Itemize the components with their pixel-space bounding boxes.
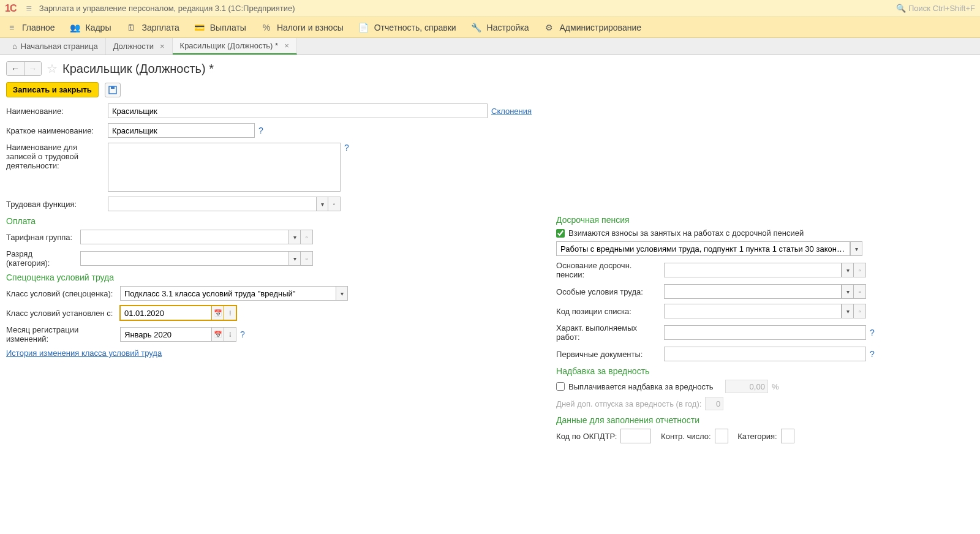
tab-home[interactable]: ⌂ Начальная страница	[5, 38, 106, 55]
nav-taxes[interactable]: % Налоги и взносы	[261, 22, 344, 33]
open-icon[interactable]: ▫	[854, 263, 866, 277]
pension-checkbox[interactable]	[556, 229, 565, 238]
short-name-input[interactable]	[108, 123, 255, 138]
app-title: Зарплата и управление персоналом, редакц…	[39, 4, 295, 13]
short-name-label: Краткое наименование:	[6, 126, 104, 135]
records-textarea[interactable]	[108, 143, 341, 192]
tabs-bar: ⌂ Начальная страница Должности × Красиль…	[0, 38, 980, 55]
dropdown-icon[interactable]: ▾	[288, 251, 301, 266]
page-toolbar: ← → ☆ Красильщик (Должность) *	[0, 55, 980, 80]
bonus-check-label: Выплачивается надбавка за вредность	[568, 382, 714, 391]
left-column: Наименование: Склонения Краткое наименов…	[6, 103, 532, 448]
logo-icon: 1C	[5, 3, 16, 14]
tab-current[interactable]: Красильщик (Должность) * ×	[173, 38, 297, 55]
page-title: Красильщик (Должность) *	[62, 62, 214, 76]
nav-payments[interactable]: 💳 Выплаты	[194, 22, 246, 33]
special-label: Особые условия труда:	[556, 287, 660, 296]
help-icon[interactable]: ?	[240, 329, 245, 339]
nav-settings-label: Настройка	[487, 23, 529, 32]
work-char-input[interactable]	[664, 325, 866, 340]
help-icon[interactable]: ?	[870, 349, 875, 359]
docs-input[interactable]	[664, 347, 866, 361]
dropdown-icon[interactable]: ▾	[842, 284, 854, 299]
dropdown-icon[interactable]: ▾	[336, 286, 348, 301]
favorite-icon[interactable]: ☆	[47, 61, 58, 76]
tariff-combo[interactable]: ▾ ▫	[80, 230, 313, 244]
nav-reports-label: Отчетность, справки	[374, 23, 456, 32]
dropdown-icon[interactable]: ▾	[288, 230, 301, 244]
nav-reports[interactable]: 📄 Отчетность, справки	[358, 22, 456, 33]
search-box[interactable]: 🔍 Поиск Ctrl+Shift+F	[896, 4, 975, 13]
func-combo[interactable]: ▾ ▫	[108, 197, 341, 211]
open-icon[interactable]: ▫	[328, 197, 341, 211]
rank-combo[interactable]: ▾ ▫	[80, 251, 313, 266]
search-placeholder: Поиск Ctrl+Shift+F	[908, 4, 975, 13]
people-icon: 👥	[70, 22, 81, 33]
app-header: 1C ≡ Зарплата и управление персоналом, р…	[0, 0, 980, 17]
class-date-label: Класс условий установлен с:	[6, 309, 116, 318]
bonus-section-title: Надбавка за вредность	[556, 366, 887, 376]
tab-current-label: Красильщик (Должность) *	[180, 41, 279, 50]
save-close-button[interactable]: Записать и закрыть	[6, 82, 99, 97]
nav-hr-label: Кадры	[86, 23, 111, 32]
percent-icon: %	[261, 22, 272, 33]
help-icon[interactable]: ?	[344, 143, 349, 152]
nav-main[interactable]: ≡ Главное	[6, 22, 55, 33]
pension-check-label: Взимаются взносы за занятых на работах с…	[568, 228, 804, 238]
document-icon: 📄	[358, 22, 369, 33]
tab-positions-label: Должности	[113, 42, 154, 51]
basis-combo[interactable]: ▾ ▫	[664, 263, 866, 277]
docs-label: Первичные документы:	[556, 350, 660, 359]
code-combo[interactable]: ▾ ▫	[664, 304, 866, 318]
history-link[interactable]: История изменения класса условий труда	[6, 348, 162, 358]
calendar-icon[interactable]: 📅	[212, 306, 224, 320]
close-icon[interactable]: ×	[160, 42, 165, 51]
func-label: Трудовая функция:	[6, 200, 104, 209]
okpdtr-input[interactable]	[620, 429, 651, 443]
floppy-icon	[108, 86, 117, 94]
spec-section-title: Спецоценка условий труда	[6, 273, 532, 282]
class-date-input[interactable]: 📅 ⁞	[120, 306, 236, 320]
close-icon[interactable]: ×	[284, 41, 289, 50]
open-icon[interactable]: ▫	[854, 284, 866, 299]
help-icon[interactable]: ?	[258, 126, 263, 135]
back-button[interactable]: ←	[7, 62, 24, 75]
nav-settings[interactable]: 🔧 Настройка	[471, 22, 529, 33]
nav-admin[interactable]: ⚙ Администрирование	[544, 22, 642, 33]
bonus-checkbox[interactable]	[556, 382, 565, 391]
payment-section-title: Оплата	[6, 216, 532, 226]
action-bar: Записать и закрыть	[0, 80, 980, 103]
help-icon[interactable]: ?	[870, 328, 875, 337]
open-icon[interactable]: ▫	[301, 230, 313, 244]
tab-home-label: Начальная страница	[21, 42, 98, 51]
spinner-icon[interactable]: ⁞	[224, 327, 236, 342]
reg-month-input[interactable]: 📅 ⁞	[120, 327, 236, 342]
nav-salary[interactable]: 🗓 Зарплата	[126, 22, 179, 33]
declensions-link[interactable]: Склонения	[491, 107, 532, 116]
tab-positions[interactable]: Должности ×	[106, 38, 173, 55]
menu-icon[interactable]: ≡	[26, 3, 31, 14]
wrench-icon: 🔧	[471, 22, 482, 33]
name-input[interactable]	[108, 103, 488, 118]
dropdown-icon[interactable]: ▾	[850, 241, 862, 256]
open-icon[interactable]: ▫	[301, 251, 313, 266]
dropdown-icon[interactable]: ▾	[842, 304, 854, 318]
dropdown-icon[interactable]: ▾	[842, 263, 854, 277]
okpdtr-label: Код по ОКПДТР:	[556, 432, 617, 441]
nav-hr[interactable]: 👥 Кадры	[70, 22, 111, 33]
spinner-icon[interactable]: ⁞	[224, 306, 236, 320]
class-combo[interactable]: ▾	[120, 286, 348, 301]
pension-section-title: Досрочная пенсия	[556, 215, 887, 225]
open-icon[interactable]: ▫	[854, 304, 866, 318]
dropdown-icon[interactable]: ▾	[316, 197, 328, 211]
pension-type-combo[interactable]: ▾	[556, 241, 862, 256]
special-combo[interactable]: ▾ ▫	[664, 284, 866, 299]
calculator-icon: 🗓	[126, 22, 137, 33]
category-input[interactable]	[781, 429, 794, 443]
calendar-icon[interactable]: 📅	[212, 327, 224, 342]
forward-button[interactable]: →	[24, 62, 41, 75]
save-button[interactable]	[105, 83, 121, 97]
control-input[interactable]	[715, 429, 728, 443]
form-body: Наименование: Склонения Краткое наименов…	[0, 103, 980, 448]
gear-icon: ⚙	[544, 22, 555, 33]
